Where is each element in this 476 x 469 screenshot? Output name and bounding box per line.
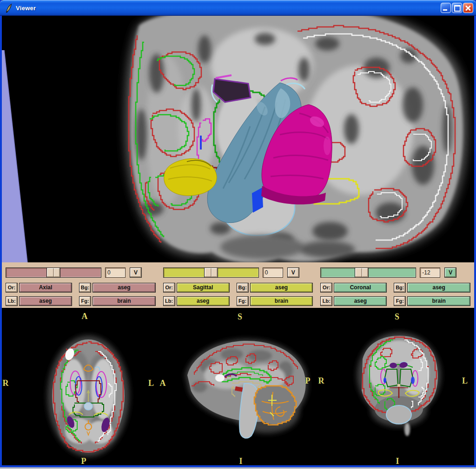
coronal-orientation-button[interactable]: Coronal [334,283,387,293]
sagittal-fg-volume-button[interactable]: brain [250,296,313,306]
coronal-label-right: R [318,376,324,386]
control-panel: 0 V Or: Axial Bg: aseg Lb: aseg Fg: brai… [2,262,474,308]
axial-lb-label-button[interactable]: Lb: [6,296,18,306]
axial-label-right: R [3,378,9,388]
sagittal-label-posterior: P [305,376,311,386]
close-button[interactable] [463,3,473,13]
screen: Viewer [0,0,476,469]
sagittal-fg-label-button[interactable]: Fg: [237,296,249,306]
minimize-button[interactable] [441,3,451,13]
sagittal-label-volume-button[interactable]: aseg [177,296,230,306]
axial-slice-render[interactable] [47,336,129,456]
control-panel-coronal: -12 V Or: Coronal Bg: aseg Lb: aseg Fg: … [317,262,474,308]
axial-fg-label-button[interactable]: Fg: [79,296,91,306]
coronal-lb-label-button[interactable]: Lb: [320,296,332,306]
sagittal-bg-volume-button[interactable]: aseg [250,283,313,293]
axial-or-label-button[interactable]: Or: [6,283,18,293]
coronal-visibility-button[interactable]: V [444,267,456,278]
axial-label-left: L [148,378,154,388]
axial-slider-handle[interactable] [46,267,60,278]
sagittal-label-superior: S [238,312,242,322]
close-icon [463,3,473,13]
tk-feather-icon [5,3,13,13]
axial-fg-volume-button[interactable]: brain [93,296,156,306]
sagittal-label-inferior: I [239,456,242,466]
sagittal-orientation-button[interactable]: Sagittal [177,283,230,293]
axial-label-anterior: A [82,312,88,321]
sagittal-slice-slider[interactable] [163,267,259,278]
yellow-structure-3d [164,158,217,195]
coronal-or-label-button[interactable]: Or: [320,283,332,293]
axial-slice-value-entry[interactable]: 0 [105,267,126,278]
coronal-bg-label-button[interactable]: Bg: [394,283,406,293]
slice-renders [2,308,474,465]
coronal-slice-slider[interactable] [320,267,416,278]
coronal-label-inferior: I [396,456,399,466]
sagittal-or-label-button[interactable]: Or: [163,283,175,293]
coronal-fg-label-button[interactable]: Fg: [394,296,406,306]
coronal-slider-handle[interactable] [355,267,369,278]
viewer-window: Viewer [0,0,476,467]
coronal-label-superior: S [395,312,399,322]
window-title: Viewer [16,5,440,12]
control-panel-sagittal: 0 V Or: Sagittal Bg: aseg Lb: aseg Fg: b… [159,262,317,308]
axial-orientation-button[interactable]: Axial [19,283,72,293]
coronal-fg-volume-button[interactable]: brain [407,296,470,306]
sagittal-lb-label-button[interactable]: Lb: [163,296,175,306]
axial-bg-volume-button[interactable]: aseg [93,283,156,293]
desktop-edge [0,467,476,469]
axial-visibility-button[interactable]: V [130,267,142,278]
minimize-icon [443,9,447,11]
sagittal-visibility-button[interactable]: V [287,267,299,278]
maximize-icon [454,5,461,12]
titlebar[interactable]: Viewer [0,0,476,16]
coronal-bg-volume-button[interactable]: aseg [407,283,470,293]
coronal-slice-value-entry[interactable]: -12 [420,267,440,278]
sagittal-slider-handle[interactable] [204,267,218,278]
axial-label-posterior: P [81,456,86,466]
axial-bg-label-button[interactable]: Bg: [79,283,91,293]
main-3d-render[interactable] [2,16,474,262]
axial-slice-slider[interactable] [6,267,101,278]
slice-views-panel: A R L P S A P I S R L I [2,308,474,465]
sagittal-label-anterior: A [160,378,166,388]
coronal-label-left: L [462,376,468,386]
maximize-button[interactable] [452,3,462,13]
control-panel-axial: 0 V Or: Axial Bg: aseg Lb: aseg Fg: brai… [2,262,159,308]
sagittal-bg-label-button[interactable]: Bg: [237,283,249,293]
coronal-label-volume-button[interactable]: aseg [334,296,387,306]
main-3d-view[interactable] [2,16,474,262]
sagittal-slice-value-entry[interactable]: 0 [263,267,283,278]
axial-label-volume-button[interactable]: aseg [19,296,72,306]
